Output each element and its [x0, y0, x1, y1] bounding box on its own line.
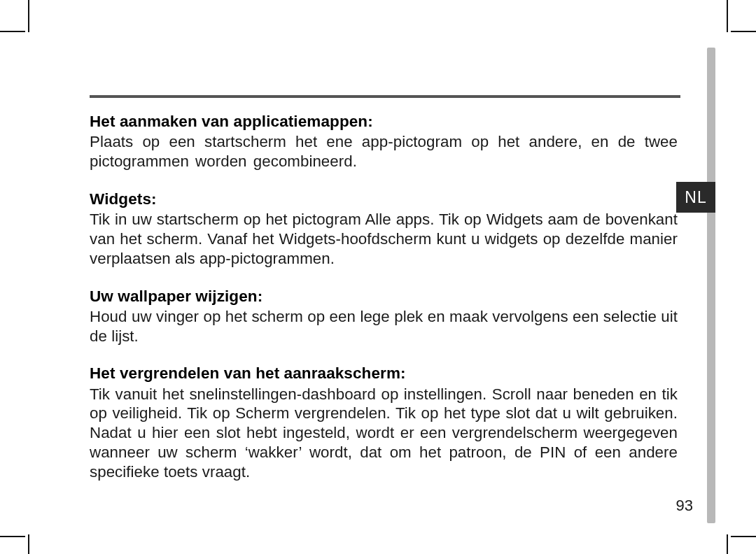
header-rule — [90, 95, 680, 98]
crop-mark — [28, 534, 29, 554]
heading: Uw wallpaper wijzigen: — [90, 287, 678, 306]
section-wallpaper: Uw wallpaper wijzigen: Houd uw vinger op… — [90, 287, 678, 346]
language-tab: NL — [676, 182, 715, 213]
crop-mark — [731, 536, 756, 537]
body-text: Tik vanuit het snelinstellingen-dashboar… — [90, 385, 678, 482]
manual-page: NL Het aanmaken van applicatiemappen: Pl… — [0, 0, 756, 554]
body-text: Houd uw vinger op het scherm op een lege… — [90, 307, 678, 346]
crop-mark — [731, 31, 756, 32]
body-text: Plaats op een startscherm het ene app-pi… — [90, 132, 678, 171]
heading: Widgets: — [90, 190, 678, 209]
heading: Het vergrendelen van het aanraakscherm: — [90, 364, 678, 383]
page-number: 93 — [676, 497, 693, 515]
crop-mark — [727, 0, 728, 32]
section-app-folders: Het aanmaken van applicatiemappen: Plaat… — [90, 112, 678, 171]
crop-mark — [0, 31, 25, 32]
crop-mark — [727, 534, 728, 554]
heading: Het aanmaken van applicatiemappen: — [90, 112, 678, 132]
section-widgets: Widgets: Tik in uw startscherm op het pi… — [90, 190, 678, 269]
page-content: Het aanmaken van applicatiemappen: Plaat… — [90, 112, 678, 500]
side-indicator — [707, 48, 715, 523]
section-lockscreen: Het vergrendelen van het aanraakscherm: … — [90, 364, 678, 481]
crop-mark — [28, 0, 29, 32]
crop-mark — [0, 536, 25, 537]
body-text: Tik in uw startscherm op het pictogram A… — [90, 210, 678, 269]
